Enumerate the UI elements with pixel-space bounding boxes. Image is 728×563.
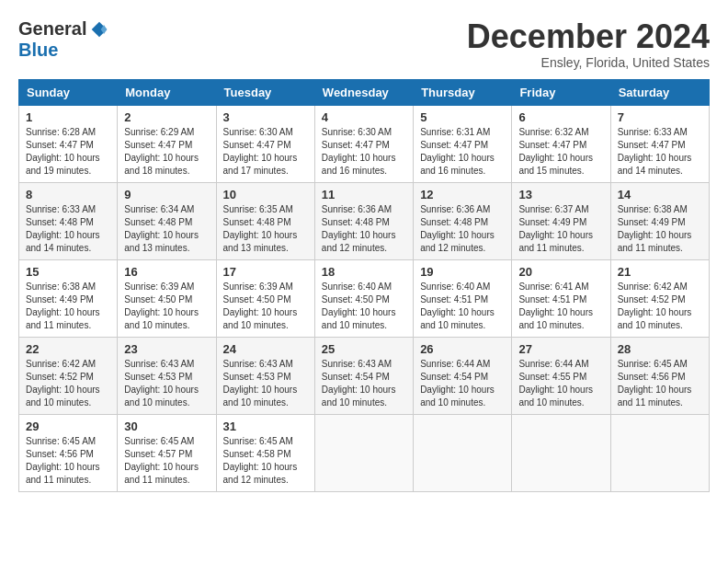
day-info: Sunrise: 6:34 AM Sunset: 4:48 PM Dayligh… [124,203,209,255]
table-row: 30Sunrise: 6:45 AM Sunset: 4:57 PM Dayli… [118,414,216,491]
day-info: Sunrise: 6:35 AM Sunset: 4:48 PM Dayligh… [223,203,308,255]
day-number: 1 [26,110,110,124]
calendar-header-row: Sunday Monday Tuesday Wednesday Thursday… [19,79,710,105]
table-row: 26Sunrise: 6:44 AM Sunset: 4:54 PM Dayli… [414,337,512,414]
table-row: 11Sunrise: 6:36 AM Sunset: 4:48 PM Dayli… [314,182,413,259]
logo-blue-text: Blue [18,40,58,61]
day-info: Sunrise: 6:40 AM Sunset: 4:50 PM Dayligh… [322,281,406,332]
table-row: 23Sunrise: 6:43 AM Sunset: 4:53 PM Dayli… [118,337,216,414]
table-row: 13Sunrise: 6:37 AM Sunset: 4:49 PM Dayli… [512,182,610,259]
day-number: 23 [124,342,209,356]
table-row: 5Sunrise: 6:31 AM Sunset: 4:47 PM Daylig… [414,105,512,182]
table-row: 24Sunrise: 6:43 AM Sunset: 4:53 PM Dayli… [216,337,314,414]
logo-general-text: General [18,18,86,40]
day-number: 7 [618,110,702,124]
logo: General Blue [18,18,108,61]
day-number: 2 [124,110,209,124]
col-wednesday: Wednesday [314,79,413,105]
location-text: Ensley, Florida, United States [467,55,710,70]
day-number: 28 [618,342,702,356]
table-row: 1Sunrise: 6:28 AM Sunset: 4:47 PM Daylig… [19,105,118,182]
day-info: Sunrise: 6:38 AM Sunset: 4:49 PM Dayligh… [618,203,702,255]
calendar-week-row: 29Sunrise: 6:45 AM Sunset: 4:56 PM Dayli… [19,414,710,491]
table-row: 6Sunrise: 6:32 AM Sunset: 4:47 PM Daylig… [512,105,610,182]
day-number: 4 [322,110,406,124]
day-number: 19 [420,265,505,279]
day-info: Sunrise: 6:36 AM Sunset: 4:48 PM Dayligh… [322,203,406,255]
day-info: Sunrise: 6:41 AM Sunset: 4:51 PM Dayligh… [518,281,603,332]
day-number: 27 [518,342,603,356]
table-row: 29Sunrise: 6:45 AM Sunset: 4:56 PM Dayli… [19,414,118,491]
table-row: 31Sunrise: 6:45 AM Sunset: 4:58 PM Dayli… [216,414,314,491]
table-row [314,414,413,491]
table-row: 10Sunrise: 6:35 AM Sunset: 4:48 PM Dayli… [216,182,314,259]
table-row: 8Sunrise: 6:33 AM Sunset: 4:48 PM Daylig… [19,182,118,259]
day-number: 26 [420,342,505,356]
table-row: 12Sunrise: 6:36 AM Sunset: 4:48 PM Dayli… [414,182,512,259]
day-info: Sunrise: 6:30 AM Sunset: 4:47 PM Dayligh… [223,126,308,178]
table-row [512,414,610,491]
day-number: 17 [223,265,308,279]
day-info: Sunrise: 6:44 AM Sunset: 4:54 PM Dayligh… [420,358,505,409]
day-info: Sunrise: 6:32 AM Sunset: 4:47 PM Dayligh… [518,126,603,178]
table-row: 19Sunrise: 6:40 AM Sunset: 4:51 PM Dayli… [414,259,512,337]
table-row: 20Sunrise: 6:41 AM Sunset: 4:51 PM Dayli… [512,259,610,337]
day-number: 10 [223,188,308,201]
calendar-table: Sunday Monday Tuesday Wednesday Thursday… [18,79,710,492]
day-info: Sunrise: 6:43 AM Sunset: 4:53 PM Dayligh… [124,358,209,409]
day-number: 25 [322,342,406,356]
day-info: Sunrise: 6:36 AM Sunset: 4:48 PM Dayligh… [420,203,505,255]
table-row: 22Sunrise: 6:42 AM Sunset: 4:52 PM Dayli… [19,337,118,414]
table-row: 2Sunrise: 6:29 AM Sunset: 4:47 PM Daylig… [118,105,216,182]
col-saturday: Saturday [610,79,709,105]
day-info: Sunrise: 6:31 AM Sunset: 4:47 PM Dayligh… [420,126,505,178]
day-number: 6 [518,110,603,124]
day-number: 29 [26,419,110,433]
page-header: General Blue December 2024 Ensley, Flori… [18,18,710,70]
title-block: December 2024 Ensley, Florida, United St… [467,18,710,70]
col-thursday: Thursday [414,79,512,105]
day-info: Sunrise: 6:39 AM Sunset: 4:50 PM Dayligh… [124,281,209,332]
col-tuesday: Tuesday [216,79,314,105]
day-info: Sunrise: 6:44 AM Sunset: 4:55 PM Dayligh… [518,358,603,409]
day-number: 16 [124,265,209,279]
day-info: Sunrise: 6:42 AM Sunset: 4:52 PM Dayligh… [618,281,702,332]
calendar-week-row: 15Sunrise: 6:38 AM Sunset: 4:49 PM Dayli… [19,259,710,337]
table-row: 16Sunrise: 6:39 AM Sunset: 4:50 PM Dayli… [118,259,216,337]
table-row: 15Sunrise: 6:38 AM Sunset: 4:49 PM Dayli… [19,259,118,337]
day-info: Sunrise: 6:43 AM Sunset: 4:54 PM Dayligh… [322,358,406,409]
day-info: Sunrise: 6:39 AM Sunset: 4:50 PM Dayligh… [223,281,308,332]
calendar-week-row: 22Sunrise: 6:42 AM Sunset: 4:52 PM Dayli… [19,337,710,414]
logo-icon [90,20,108,39]
day-info: Sunrise: 6:33 AM Sunset: 4:48 PM Dayligh… [26,203,110,255]
day-number: 31 [223,419,308,433]
table-row: 4Sunrise: 6:30 AM Sunset: 4:47 PM Daylig… [314,105,413,182]
table-row: 25Sunrise: 6:43 AM Sunset: 4:54 PM Dayli… [314,337,413,414]
table-row: 28Sunrise: 6:45 AM Sunset: 4:56 PM Dayli… [610,337,709,414]
table-row: 27Sunrise: 6:44 AM Sunset: 4:55 PM Dayli… [512,337,610,414]
day-number: 20 [518,265,603,279]
day-number: 30 [124,419,209,433]
day-number: 5 [420,110,505,124]
day-number: 18 [322,265,406,279]
col-friday: Friday [512,79,610,105]
day-number: 24 [223,342,308,356]
day-number: 13 [518,188,603,201]
day-info: Sunrise: 6:28 AM Sunset: 4:47 PM Dayligh… [26,126,110,178]
day-info: Sunrise: 6:29 AM Sunset: 4:47 PM Dayligh… [124,126,209,178]
day-number: 15 [26,265,110,279]
day-info: Sunrise: 6:45 AM Sunset: 4:56 PM Dayligh… [26,435,110,487]
table-row [414,414,512,491]
day-number: 8 [26,188,110,201]
col-monday: Monday [118,79,216,105]
table-row: 17Sunrise: 6:39 AM Sunset: 4:50 PM Dayli… [216,259,314,337]
day-info: Sunrise: 6:40 AM Sunset: 4:51 PM Dayligh… [420,281,505,332]
day-info: Sunrise: 6:45 AM Sunset: 4:56 PM Dayligh… [618,358,702,409]
day-number: 9 [124,188,209,201]
month-title: December 2024 [467,18,710,55]
table-row: 3Sunrise: 6:30 AM Sunset: 4:47 PM Daylig… [216,105,314,182]
day-info: Sunrise: 6:42 AM Sunset: 4:52 PM Dayligh… [26,358,110,409]
day-number: 21 [618,265,702,279]
calendar-week-row: 8Sunrise: 6:33 AM Sunset: 4:48 PM Daylig… [19,182,710,259]
table-row: 7Sunrise: 6:33 AM Sunset: 4:47 PM Daylig… [610,105,709,182]
